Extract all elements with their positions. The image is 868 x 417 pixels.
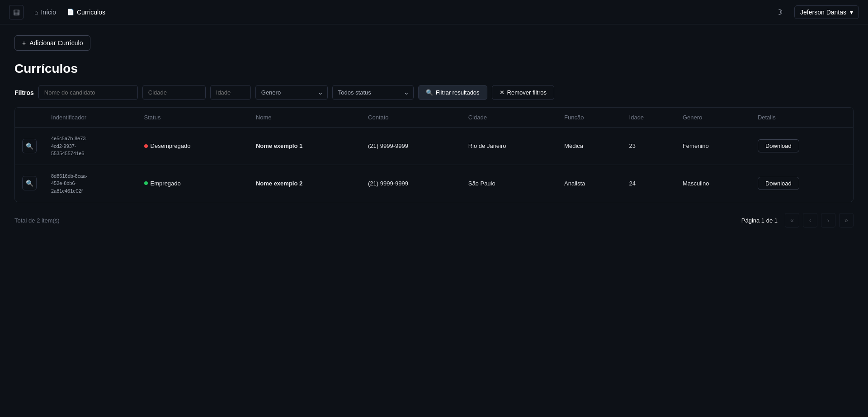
pagination-controls: Página 1 de 1 « ‹ › » <box>741 213 854 227</box>
curriculos-table-container: Indentificador Status Nome Contato Cidad… <box>14 107 854 202</box>
row2-search-button[interactable]: 🔍 <box>22 176 37 190</box>
row1-age-cell: 23 <box>622 128 675 165</box>
search-icon: 🔍 <box>26 180 33 187</box>
row2-status-label: Empregado <box>151 180 181 187</box>
candidate-name-input[interactable] <box>38 85 138 100</box>
row1-city: Rio de Janeiro <box>468 142 506 149</box>
col-name: Nome <box>249 108 361 128</box>
x-icon: ✕ <box>500 89 505 96</box>
row2-age-cell: 24 <box>622 165 675 202</box>
prev-page-button[interactable]: ‹ <box>803 213 817 227</box>
navbar: ▦ ⌂ Início 📄 Curriculos ☽ Jeferson Danta… <box>0 0 868 24</box>
col-gender: Genero <box>675 108 750 128</box>
page-info: Página 1 de 1 <box>741 217 778 224</box>
col-contact: Contato <box>361 108 461 128</box>
row1-name-cell: Nome exemplo 1 <box>249 128 361 165</box>
row2-status-badge: Empregado <box>144 180 241 187</box>
row2-role-cell: Analista <box>557 165 622 202</box>
nav-link-curriculos[interactable]: 📄 Curriculos <box>67 9 105 16</box>
age-input[interactable] <box>210 85 251 100</box>
row2-name-cell: Nome exemplo 2 <box>249 165 361 202</box>
last-page-icon: » <box>844 217 848 224</box>
theme-toggle-button[interactable]: ☽ <box>771 4 787 20</box>
row1-identifier-cell: 4e5c5a7b-8e73-4cd2-9937-5535455741e6 <box>44 128 137 165</box>
col-identifier: Indentificador <box>44 108 137 128</box>
add-curriculo-label: Adicionar Curriculo <box>29 39 83 47</box>
col-details: Details <box>750 108 853 128</box>
row2-city: São Paulo <box>468 180 495 187</box>
row1-name: Nome exemplo 1 <box>256 142 302 149</box>
first-page-icon: « <box>790 217 794 224</box>
remove-filters-button[interactable]: ✕ Remover filtros <box>492 85 554 100</box>
row2-contact-cell: (21) 9999-9999 <box>361 165 461 202</box>
curriculos-table: Indentificador Status Nome Contato Cidad… <box>15 108 853 202</box>
row1-status-label: Desempregado <box>151 142 191 149</box>
nav-label-inicio: Início <box>41 9 56 16</box>
total-label: Total de 2 item(s) <box>14 217 60 224</box>
row1-role: Médica <box>564 142 583 149</box>
row2-gender: Masculino <box>683 180 709 187</box>
doc-icon: 📄 <box>67 9 74 15</box>
table-row: 🔍 8d8616db-8caa-452e-8bb6-2a81c461e02f E… <box>15 165 853 202</box>
nav-label-curriculos: Curriculos <box>77 9 105 16</box>
table-body: 🔍 4e5c5a7b-8e73-4cd2-9937-5535455741e6 D… <box>15 128 853 202</box>
row1-gender-cell: Femenino <box>675 128 750 165</box>
row1-download-button[interactable]: Download <box>758 139 799 152</box>
home-icon: ⌂ <box>34 9 38 16</box>
next-page-button[interactable]: › <box>821 213 835 227</box>
row1-status-badge: Desempregado <box>144 142 241 149</box>
gender-select-wrapper: Genero Masculino Femenino <box>255 85 328 100</box>
row2-gender-cell: Masculino <box>675 165 750 202</box>
next-page-icon: › <box>827 217 830 224</box>
filter-results-button[interactable]: 🔍 Filtrar resultados <box>418 85 487 100</box>
status-dot-red <box>144 144 148 148</box>
row1-contact-cell: (21) 9999-9999 <box>361 128 461 165</box>
table-row: 🔍 4e5c5a7b-8e73-4cd2-9937-5535455741e6 D… <box>15 128 853 165</box>
row1-role-cell: Médica <box>557 128 622 165</box>
last-page-button[interactable]: » <box>839 213 854 227</box>
row2-contact: (21) 9999-9999 <box>368 180 408 187</box>
plus-icon: + <box>22 39 26 47</box>
filters-label: Filtros <box>14 89 34 96</box>
search-icon: 🔍 <box>426 89 433 96</box>
status-dot-green <box>144 181 148 185</box>
col-action <box>15 108 44 128</box>
row2-role: Analista <box>564 180 585 187</box>
main-content: + Adicionar Curriculo Currículos Filtros… <box>0 24 868 242</box>
prev-page-icon: ‹ <box>809 217 811 224</box>
user-menu[interactable]: Jeferson Dantas ▾ <box>794 5 859 19</box>
row1-status-cell: Desempregado <box>137 128 249 165</box>
moon-icon: ☽ <box>775 7 783 17</box>
row1-details-cell: Download <box>750 128 853 165</box>
row2-identifier: 8d8616db-8caa-452e-8bb6-2a81c461e02f <box>51 172 130 195</box>
search-icon: 🔍 <box>26 142 33 150</box>
row1-age: 23 <box>629 142 636 149</box>
add-curriculo-button[interactable]: + Adicionar Curriculo <box>14 35 90 51</box>
nav-link-inicio[interactable]: ⌂ Início <box>34 9 56 16</box>
first-page-button[interactable]: « <box>785 213 799 227</box>
row2-city-cell: São Paulo <box>461 165 557 202</box>
filters-row: Filtros Genero Masculino Femenino Todos … <box>14 85 854 100</box>
pagination-row: Total de 2 item(s) Página 1 de 1 « ‹ › » <box>14 209 854 231</box>
remove-filters-label: Remover filtros <box>507 89 547 96</box>
row2-action-cell: 🔍 <box>15 165 44 202</box>
table-header: Indentificador Status Nome Contato Cidad… <box>15 108 853 128</box>
chevron-down-icon: ▾ <box>850 9 853 16</box>
logo-icon: ▦ <box>13 8 20 16</box>
gender-select[interactable]: Genero Masculino Femenino <box>255 85 328 100</box>
col-age: Idade <box>622 108 675 128</box>
user-name: Jeferson Dantas <box>800 9 846 16</box>
row2-age: 24 <box>629 180 636 187</box>
city-input[interactable] <box>142 85 206 100</box>
page-title: Currículos <box>14 62 854 76</box>
navbar-right: ☽ Jeferson Dantas ▾ <box>771 4 859 20</box>
navbar-left: ▦ ⌂ Início 📄 Curriculos <box>9 5 105 19</box>
row1-search-button[interactable]: 🔍 <box>22 139 37 153</box>
row1-contact: (21) 9999-9999 <box>368 142 408 149</box>
col-role: Funcão <box>557 108 622 128</box>
row2-details-cell: Download <box>750 165 853 202</box>
row2-download-button[interactable]: Download <box>758 177 799 190</box>
app-logo: ▦ <box>9 5 24 19</box>
status-select[interactable]: Todos status Empregado Desempregado <box>332 85 414 100</box>
row2-status-cell: Empregado <box>137 165 249 202</box>
